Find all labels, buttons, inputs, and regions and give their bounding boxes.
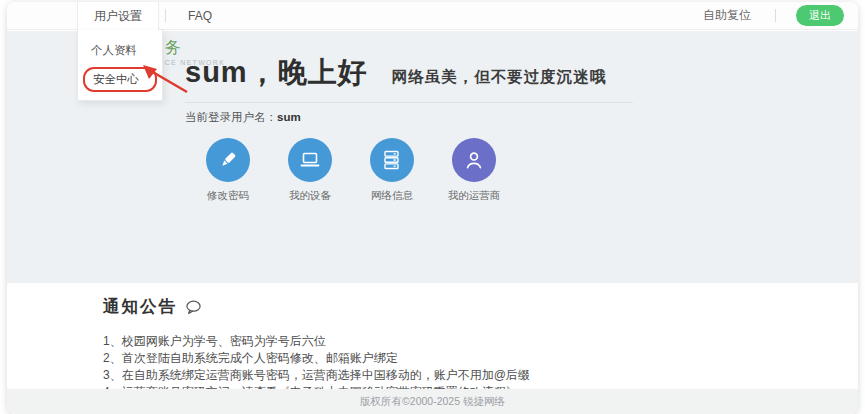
motto-text: 网络虽美，但不要过度沉迷哦	[392, 67, 607, 88]
greeting-line: sum，晚上好 网络虽美，但不要过度沉迷哦	[185, 53, 655, 93]
notices-title: 通知公告	[103, 296, 177, 318]
action-label: 修改密码	[207, 189, 249, 203]
current-user-line: 当前登录用户名：sum	[185, 110, 655, 125]
greeting-text: sum，晚上好	[185, 53, 368, 93]
dropdown-item-profile[interactable]: 个人资料	[78, 36, 162, 65]
copyright-text: 版权所有©2000-2025 锐捷网络	[360, 395, 505, 409]
quick-actions: 修改密码 我的设备	[187, 138, 655, 203]
top-menubar: 用户设置 FAQ 自助复位 退出	[7, 2, 858, 30]
action-my-carrier[interactable]: 我的运营商	[433, 138, 515, 203]
person-icon	[452, 138, 496, 182]
action-label: 网络信息	[371, 189, 413, 203]
action-my-devices[interactable]: 我的设备	[269, 138, 351, 203]
current-user-value: sum	[277, 111, 301, 123]
notices-section: 通知公告 1、校园网账户为学号、密码为学号后六位 2、首次登陆自助系统完成个人密…	[7, 283, 858, 391]
self-reset-link[interactable]: 自助复位	[685, 7, 769, 24]
screenshot-viewport: 用户设置 FAQ 自助复位 退出 自助服务 SELF-SERVICE NETWO…	[0, 0, 865, 414]
portal-window: 用户设置 FAQ 自助复位 退出 自助服务 SELF-SERVICE NETWO…	[7, 2, 858, 414]
footer: 版权所有©2000-2025 锐捷网络	[7, 389, 858, 414]
menu-user-settings[interactable]: 用户设置	[77, 2, 159, 30]
menubar-divider	[165, 9, 166, 22]
notice-item: 1、校园网账户为学号、密码为学号后六位	[103, 333, 858, 350]
server-icon	[370, 138, 414, 182]
current-user-label: 当前登录用户名：	[185, 111, 277, 123]
hero-content: sum，晚上好 网络虽美，但不要过度沉迷哦 当前登录用户名：sum	[185, 53, 655, 203]
greeting-divider	[185, 102, 633, 103]
speech-bubble-icon	[185, 300, 202, 315]
action-network-info[interactable]: 网络信息	[351, 138, 433, 203]
menubar-divider-right	[775, 9, 776, 22]
pen-icon	[206, 138, 250, 182]
logout-button[interactable]: 退出	[796, 5, 844, 26]
action-label: 我的运营商	[448, 189, 501, 203]
notices-heading: 通知公告	[103, 296, 858, 318]
menu-faq[interactable]: FAQ	[172, 2, 228, 30]
action-change-password[interactable]: 修改密码	[187, 138, 269, 203]
laptop-icon	[288, 138, 332, 182]
dropdown-item-security-center[interactable]: 安全中心	[83, 67, 157, 92]
user-settings-dropdown: 个人资料 安全中心	[77, 30, 163, 101]
notice-item: 3、在自助系统绑定运营商账号密码，运营商选择中国移动的，账户不用加@后缀	[103, 367, 858, 384]
action-label: 我的设备	[289, 189, 331, 203]
notice-item: 2、首次登陆自助系统完成个人密码修改、邮箱账户绑定	[103, 350, 858, 367]
